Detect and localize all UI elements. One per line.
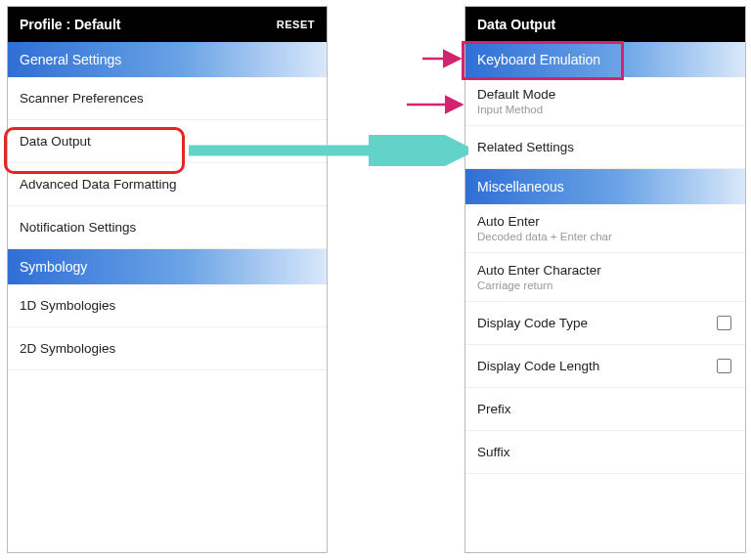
checkbox-display-code-length[interactable] [717, 359, 731, 373]
arrow-to-default-mode [405, 95, 469, 114]
row-sublabel: Input Method [477, 104, 543, 115]
row-display-code-type[interactable]: Display Code Type [465, 302, 745, 345]
row-1d-symbologies[interactable]: 1D Symbologies [8, 284, 327, 327]
row-label: Auto Enter Character [477, 263, 601, 278]
right-screen: Data Output Keyboard Emulation Default M… [464, 6, 746, 553]
left-screen: Profile : Default RESET General Settings… [7, 6, 328, 553]
row-label: Prefix [477, 402, 511, 416]
row-auto-enter[interactable]: Auto Enter Decoded data + Enter char [465, 204, 745, 253]
row-related-settings[interactable]: Related Settings [465, 126, 745, 169]
row-auto-enter-character[interactable]: Auto Enter Character Carriage return [465, 253, 745, 302]
row-default-mode[interactable]: Default Mode Input Method [465, 77, 745, 126]
checkbox-display-code-type[interactable] [717, 316, 731, 330]
row-notification-settings[interactable]: Notification Settings [8, 206, 327, 249]
row-label: 1D Symbologies [20, 298, 115, 313]
arrow-to-keyboard-emulation [420, 49, 467, 68]
reset-button[interactable]: RESET [277, 19, 315, 30]
row-label: Scanner Preferences [20, 91, 144, 106]
row-label: Advanced Data Formatting [20, 177, 177, 192]
profile-title: Profile : Default [20, 17, 120, 32]
left-titlebar: Profile : Default RESET [8, 7, 327, 42]
row-sublabel: Decoded data + Enter char [477, 231, 612, 242]
row-label: 2D Symbologies [20, 341, 115, 356]
row-label: Suffix [477, 445, 510, 459]
row-label: Data Output [20, 134, 91, 149]
row-label: Notification Settings [20, 220, 136, 235]
row-display-code-length[interactable]: Display Code Length [465, 345, 745, 388]
row-label: Display Code Type [477, 316, 588, 330]
row-scanner-preferences[interactable]: Scanner Preferences [8, 77, 327, 120]
section-keyboard-emulation: Keyboard Emulation [465, 42, 745, 77]
row-sublabel: Carriage return [477, 280, 552, 291]
row-2d-symbologies[interactable]: 2D Symbologies [8, 327, 327, 370]
row-label: Default Mode [477, 87, 555, 102]
row-data-output[interactable]: Data Output [8, 120, 327, 163]
row-suffix[interactable]: Suffix [465, 431, 745, 474]
row-advanced-data-formatting[interactable]: Advanced Data Formatting [8, 163, 327, 206]
section-general-settings: General Settings [8, 42, 327, 77]
section-miscellaneous: Miscellaneous [465, 169, 745, 204]
row-prefix[interactable]: Prefix [465, 388, 745, 431]
section-symbology: Symbology [8, 249, 327, 284]
row-label: Auto Enter [477, 214, 540, 229]
data-output-title: Data Output [477, 17, 555, 32]
right-titlebar: Data Output [465, 7, 745, 42]
row-label: Display Code Length [477, 359, 599, 373]
row-label: Related Settings [477, 140, 574, 154]
